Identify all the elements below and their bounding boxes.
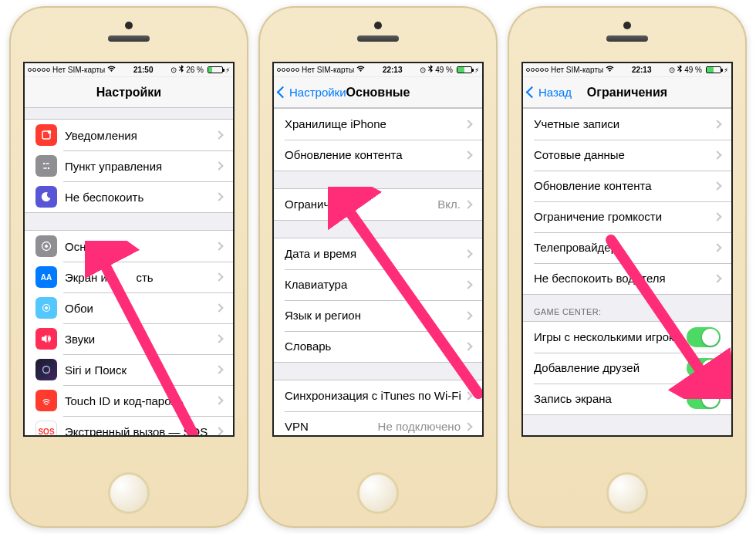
phone-frame-2: Нет SIM-карты 22:13 ⊙ 49 % ⚡︎ Настройки xyxy=(258,6,498,528)
chevron-icon xyxy=(713,243,721,252)
toggle-add-friends[interactable] xyxy=(687,358,721,378)
row-accounts[interactable]: Учетные записи xyxy=(523,109,731,140)
row-label: Ограничения xyxy=(285,198,437,211)
battery-pct: 26 % xyxy=(186,66,204,74)
chevron-icon xyxy=(214,396,223,404)
chevron-icon xyxy=(214,192,223,201)
status-time: 21:50 xyxy=(133,66,154,74)
row-label: Добавление друзей xyxy=(534,361,687,374)
row-label: Учетные записи xyxy=(534,117,714,130)
carrier-label: Нет SIM-карты xyxy=(551,66,603,74)
control-center-icon xyxy=(35,155,57,177)
chevron-icon xyxy=(214,427,223,435)
row-tv-provider[interactable]: Телепровайдер xyxy=(523,232,731,263)
row-detail: Вкл. xyxy=(437,198,461,211)
row-control-center[interactable]: Пункт управления xyxy=(25,150,233,181)
phone-hardware-top xyxy=(9,22,248,42)
nav-bar: Настройки xyxy=(25,77,233,108)
speaker-mesh xyxy=(108,35,150,42)
chevron-icon xyxy=(713,150,721,159)
settings-list[interactable]: Уведомления Пункт управления Не беспокои… xyxy=(25,108,233,435)
row-dictionary[interactable]: Словарь xyxy=(274,331,482,362)
chevron-icon xyxy=(214,303,223,312)
row-label: Синхронизация с iTunes по Wi-Fi xyxy=(285,389,465,402)
home-button[interactable] xyxy=(108,472,150,514)
row-add-friends[interactable]: Добавление друзей xyxy=(523,353,731,384)
chevron-icon xyxy=(214,242,223,250)
phone-frame-1: Нет SIM-карты 21:50 ⊙ 26 % ⚡︎ Настройки xyxy=(9,6,248,528)
row-multiplayer[interactable]: Игры с несколькими игрока... xyxy=(523,322,731,353)
svg-rect-5 xyxy=(43,167,47,169)
restrictions-list[interactable]: Учетные записи Сотовые данные Обновление… xyxy=(523,108,731,436)
svg-point-10 xyxy=(45,306,48,309)
row-language[interactable]: Язык и регион xyxy=(274,300,482,331)
row-dnd-driving[interactable]: Не беспокоить водителя xyxy=(523,263,731,294)
home-button[interactable] xyxy=(606,472,648,514)
row-label: Уведомления xyxy=(65,129,216,142)
general-list[interactable]: Хранилище iPhone Обновление контента Огр… xyxy=(274,108,482,436)
display-icon: AA xyxy=(35,266,57,288)
row-label: Клавиатура xyxy=(285,278,465,291)
row-touchid[interactable]: Touch ID и код-пароль xyxy=(25,385,233,416)
row-label: Обновление контента xyxy=(534,179,714,192)
sounds-icon xyxy=(35,328,57,350)
row-keyboard[interactable]: Клавиатура xyxy=(274,269,482,300)
row-label: Запись экрана xyxy=(534,392,687,405)
svg-point-1 xyxy=(48,130,52,134)
row-label: Дата и время xyxy=(285,247,465,260)
row-screen-record[interactable]: Запись экрана xyxy=(523,384,731,414)
back-button[interactable]: Настройки xyxy=(278,86,346,99)
row-label: Экстренный вызов — SOS xyxy=(65,425,216,436)
row-datetime[interactable]: Дата и время xyxy=(274,238,482,269)
row-siri[interactable]: Siri и Поиск xyxy=(25,354,233,385)
chevron-back-icon xyxy=(526,86,538,99)
row-bg-refresh[interactable]: Обновление контента xyxy=(523,171,731,201)
row-itunes-wifi[interactable]: Синхронизация с iTunes по Wi-Fi xyxy=(274,380,482,411)
page-title: Настройки xyxy=(25,86,233,100)
screen-2: Нет SIM-карты 22:13 ⊙ 49 % ⚡︎ Настройки xyxy=(272,62,484,437)
bluetooth-icon xyxy=(677,65,682,75)
row-cellular[interactable]: Сотовые данные xyxy=(523,140,731,171)
signal-icon xyxy=(277,68,299,72)
back-button[interactable]: Назад xyxy=(528,86,572,99)
row-label: Обновление контента xyxy=(285,148,465,161)
row-sos[interactable]: SOS Экстренный вызов — SOS xyxy=(25,416,233,435)
row-label: Телепровайдер xyxy=(534,241,714,254)
chevron-icon xyxy=(713,120,721,128)
chevron-icon xyxy=(464,391,472,400)
toggle-screen-record[interactable] xyxy=(687,389,721,409)
row-wallpaper[interactable]: Обои xyxy=(25,292,233,323)
row-general[interactable]: Основные xyxy=(25,231,233,262)
row-bg-refresh[interactable]: Обновление контента xyxy=(274,140,482,171)
row-sounds[interactable]: Звуки xyxy=(25,323,233,354)
row-display[interactable]: AA Экран и сть xyxy=(25,262,233,292)
chevron-icon xyxy=(713,181,721,190)
row-notifications[interactable]: Уведомления xyxy=(25,120,233,150)
wifi-icon xyxy=(606,66,614,74)
row-vpn[interactable]: VPN Не подключено xyxy=(274,411,482,436)
row-label: VPN xyxy=(285,420,378,433)
carrier-label: Нет SIM-карты xyxy=(52,66,105,74)
svg-point-7 xyxy=(45,245,48,248)
chevron-icon xyxy=(214,161,223,170)
status-time: 22:13 xyxy=(383,66,403,74)
row-volume-limit[interactable]: Ограничение громкости xyxy=(523,201,731,232)
signal-icon xyxy=(526,68,548,72)
camera-dot xyxy=(623,22,631,29)
chevron-icon xyxy=(214,130,223,139)
home-button[interactable] xyxy=(357,472,399,514)
row-restrictions[interactable]: Ограничения Вкл. xyxy=(274,189,482,220)
chevron-icon xyxy=(464,311,472,319)
camera-dot xyxy=(125,22,133,29)
chevron-icon xyxy=(464,150,472,159)
svg-text:AA: AA xyxy=(41,273,52,282)
row-storage[interactable]: Хранилище iPhone xyxy=(274,109,482,140)
row-detail: Не подключено xyxy=(378,420,461,433)
status-time: 22:13 xyxy=(632,66,652,74)
row-label: Игры с несколькими игрока... xyxy=(534,330,687,343)
row-dnd[interactable]: Не беспокоить xyxy=(25,181,233,212)
svg-rect-3 xyxy=(46,163,49,164)
gear-icon xyxy=(35,235,57,257)
toggle-multiplayer[interactable] xyxy=(687,327,721,347)
signal-icon xyxy=(28,68,50,72)
